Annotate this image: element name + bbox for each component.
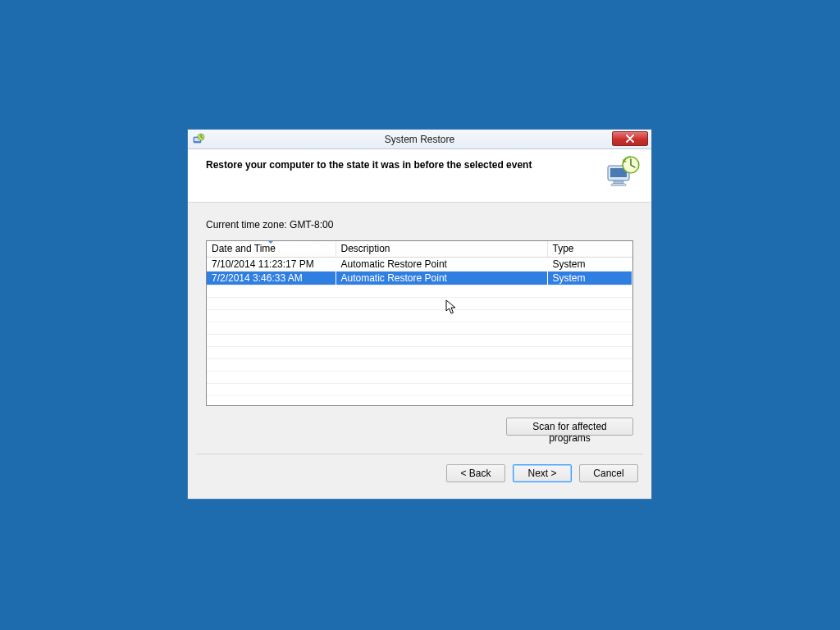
cell-type: System xyxy=(547,257,632,271)
cell-date: 7/10/2014 11:23:17 PM xyxy=(207,257,336,271)
scan-row: Scan for affected programs xyxy=(188,406,651,436)
table-row-empty xyxy=(207,346,632,358)
column-header-type-label: Type xyxy=(553,243,574,254)
table-row-empty xyxy=(207,371,632,383)
column-header-date-label: Date and Time xyxy=(212,243,276,254)
close-button[interactable] xyxy=(612,131,648,146)
scan-affected-programs-button[interactable]: Scan for affected programs xyxy=(506,418,633,436)
back-button[interactable]: < Back xyxy=(446,464,505,482)
column-header-desc-label: Description xyxy=(341,243,390,254)
titlebar: System Restore xyxy=(188,130,651,149)
next-button[interactable]: Next > xyxy=(513,464,572,482)
restore-computer-icon xyxy=(604,154,641,192)
timezone-label: Current time zone: GMT-8:00 xyxy=(188,203,651,237)
cell-desc: Automatic Restore Point xyxy=(336,257,547,271)
table-row[interactable]: 7/2/2014 3:46:33 AM Automatic Restore Po… xyxy=(207,271,632,285)
table-row-empty xyxy=(207,322,632,334)
table-row-empty xyxy=(207,395,632,406)
column-header-type[interactable]: Type xyxy=(547,241,632,257)
column-header-description[interactable]: Description xyxy=(336,241,547,257)
table-row-empty xyxy=(207,383,632,395)
table-row-empty xyxy=(207,309,632,322)
cell-type: System xyxy=(547,271,632,285)
cell-desc: Automatic Restore Point xyxy=(336,271,547,285)
table-row-empty xyxy=(207,297,632,309)
svg-rect-6 xyxy=(611,184,626,186)
table-row[interactable]: 7/10/2014 11:23:17 PM Automatic Restore … xyxy=(207,257,632,271)
window-title: System Restore xyxy=(188,134,651,145)
table-row-empty xyxy=(207,334,632,346)
restore-points-table[interactable]: Date and Time Description Type 7/10/2014… xyxy=(206,240,633,406)
table-row-empty xyxy=(207,285,632,297)
table-row-empty xyxy=(207,358,632,371)
cancel-button[interactable]: Cancel xyxy=(579,464,638,482)
column-header-date[interactable]: Date and Time xyxy=(207,241,336,257)
svg-rect-5 xyxy=(614,181,623,184)
wizard-footer: < Back Next > Cancel xyxy=(188,454,651,482)
close-icon xyxy=(625,135,635,143)
system-restore-dialog: System Restore Restore your computer to … xyxy=(187,129,652,500)
header-band: Restore your computer to the state it wa… xyxy=(188,149,651,203)
system-restore-icon xyxy=(192,133,205,146)
body-area: Current time zone: GMT-8:00 Date and Tim… xyxy=(188,203,651,499)
cell-date: 7/2/2014 3:46:33 AM xyxy=(207,271,336,285)
page-heading: Restore your computer to the state it wa… xyxy=(206,159,637,171)
sort-indicator-icon xyxy=(267,240,274,244)
